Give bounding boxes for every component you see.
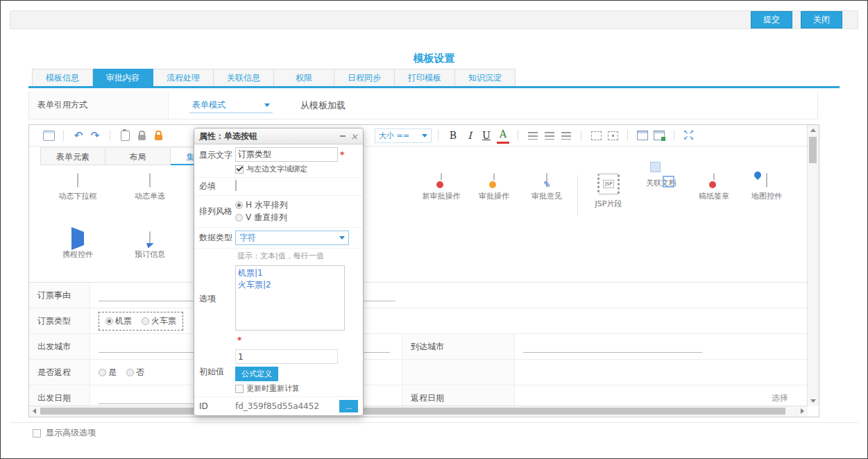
form-grid-icon[interactable]: [42, 128, 55, 142]
align-center-icon[interactable]: [543, 128, 556, 142]
horizontal-scrollbar[interactable]: [29, 406, 808, 417]
initial-value-row: 初始值 公式定义 更新时重新计算: [194, 347, 363, 397]
palette-item-label: 携程控件: [42, 249, 114, 260]
palette-item-paper-seal[interactable]: 稿纸签章: [688, 174, 740, 215]
close-button[interactable]: 关闭: [801, 11, 842, 28]
display-text-input[interactable]: [235, 147, 338, 162]
lock-icon[interactable]: [152, 128, 164, 142]
scroll-right-arrow[interactable]: [797, 406, 808, 416]
radio-no[interactable]: 否: [126, 367, 144, 378]
datatype-label: 数据类型: [199, 231, 235, 245]
tab-related-info[interactable]: 关联信息: [214, 69, 274, 87]
tab-print-template[interactable]: 打印模板: [395, 69, 455, 87]
align-left-icon[interactable]: [527, 128, 539, 142]
booking-form-table: 订票事由 订票类型 机票 火车票 出发城市 到达城市 是否返程 是 否: [29, 282, 808, 406]
palette-item-dynamic-radio[interactable]: 动态单选: [114, 174, 186, 201]
vertical-scrollbar[interactable]: [807, 125, 819, 406]
control-palette: 动态下拉框 动态单选 动态多选 携程控件 预订信息: [29, 168, 808, 281]
radio-yes[interactable]: 是: [99, 367, 117, 378]
font-color-icon[interactable]: A: [497, 128, 509, 144]
selected-radio-group[interactable]: 机票 火车票: [99, 312, 183, 331]
form-mode-select[interactable]: 表单模式: [189, 98, 273, 113]
scroll-up-arrow[interactable]: [808, 125, 818, 135]
palette-divider: [577, 175, 578, 215]
id-more-button[interactable]: ...: [339, 400, 358, 412]
font-size-select[interactable]: 大小 ==: [375, 128, 432, 143]
bind-left-checkbox-row[interactable]: 与左边文字域绑定: [235, 164, 358, 174]
undo-icon[interactable]: [72, 128, 85, 142]
italic-icon[interactable]: I: [463, 128, 476, 142]
chevron-down-icon: [339, 236, 345, 240]
unlock-icon[interactable]: [135, 128, 148, 142]
vertical-scroll-thumb[interactable]: [809, 137, 817, 163]
tab-permissions[interactable]: 权限: [274, 69, 334, 87]
scroll-left-arrow[interactable]: [29, 406, 40, 416]
close-icon[interactable]: [350, 132, 358, 141]
palette-item-related-document[interactable]: 关联文档: [635, 174, 688, 215]
arrange-vertical-option[interactable]: V 垂直排列: [235, 212, 358, 224]
table-properties-icon[interactable]: [653, 128, 665, 142]
approval-opinion-icon: [546, 173, 547, 187]
tab-process-handling[interactable]: 流程处理: [153, 69, 214, 87]
palette-item-booking-info[interactable]: 预订信息: [114, 232, 186, 260]
horizontal-scroll-thumb[interactable]: [40, 408, 785, 415]
arrange-horizontal-option[interactable]: H 水平排列: [235, 199, 358, 211]
radio-train[interactable]: 火车票: [142, 315, 176, 327]
recalc-checkbox[interactable]: [235, 385, 244, 393]
toolbar-separator: [518, 130, 518, 141]
radio-label: 机票: [115, 315, 132, 327]
formula-define-button[interactable]: 公式定义: [235, 367, 278, 381]
subtab-form-elements[interactable]: 表单元素: [40, 147, 105, 165]
radio-label: 是: [108, 367, 117, 378]
tab-approval-content[interactable]: 审批内容: [93, 69, 153, 87]
recalc-checkbox-row[interactable]: 更新时重新计算: [235, 383, 358, 394]
field-label-booking-type: 订票类型: [29, 308, 90, 334]
tab-template-info[interactable]: 模板信息: [32, 69, 93, 87]
palette-item-approval-action[interactable]: 审批操作: [468, 174, 520, 215]
palette-item-label: 动态单选: [114, 191, 186, 201]
radio-flight[interactable]: 机票: [105, 315, 132, 327]
options-textarea[interactable]: 机票|1 火车票|2: [235, 265, 345, 331]
font-size-value: 大小 ==: [379, 131, 409, 141]
arrival-city-input[interactable]: [523, 341, 702, 353]
submit-button[interactable]: 提交: [751, 11, 792, 28]
tab-schedule-sync[interactable]: 日程同步: [334, 69, 395, 87]
datatype-select[interactable]: 字符: [235, 231, 349, 245]
dialog-titlebar[interactable]: 属性：单选按钮: [194, 128, 363, 144]
insert-table-icon[interactable]: [636, 128, 649, 142]
template-settings-page: 提交 关闭 模板设置 模板信息 审批内容 流程处理 关联信息 权限 日程同步 打…: [0, 0, 868, 459]
id-label: ID: [199, 401, 235, 411]
minimize-icon[interactable]: [340, 135, 346, 137]
bind-left-label: 与左边文字域绑定: [246, 164, 307, 174]
radio-icon: [235, 201, 243, 209]
palette-item-label: 动态下拉框: [42, 191, 114, 201]
bind-left-checkbox[interactable]: [235, 165, 244, 174]
options-hint: 提示：文本|值，每行一值: [194, 249, 363, 262]
subtab-layout[interactable]: 布局: [105, 147, 171, 165]
required-checkbox[interactable]: [235, 180, 237, 191]
paste-icon[interactable]: [119, 128, 131, 142]
palette-item-ctrip-control[interactable]: 携程控件: [42, 232, 114, 260]
palette-item-approval-opinion[interactable]: 审批意见: [520, 174, 573, 215]
date-picker-link[interactable]: 选择: [772, 392, 788, 404]
page-title: 模板设置: [1, 52, 867, 65]
bold-icon[interactable]: B: [447, 128, 459, 142]
palette-item-label: 审批意见: [520, 191, 573, 201]
select-region-icon[interactable]: [590, 128, 602, 142]
redo-icon[interactable]: [89, 128, 101, 142]
load-from-template-link[interactable]: 从模板加载: [300, 99, 346, 112]
scroll-down-arrow[interactable]: [808, 396, 818, 406]
focus-region-icon[interactable]: [606, 128, 619, 142]
underline-icon[interactable]: U: [480, 128, 493, 142]
palette-item-map-control[interactable]: 地图控件: [740, 174, 793, 215]
initial-value-input[interactable]: [235, 349, 338, 364]
advanced-options-checkbox[interactable]: [33, 429, 41, 437]
advanced-options-row[interactable]: 显示高级选项: [33, 427, 96, 439]
palette-item-dynamic-dropdown[interactable]: 动态下拉框: [42, 174, 114, 201]
arrival-city-cell[interactable]: [515, 334, 808, 360]
palette-item-new-approval-action[interactable]: 新审批操作: [415, 174, 468, 215]
palette-item-jsp-fragment[interactable]: JSP JSP片段: [582, 174, 635, 215]
tab-knowledge[interactable]: 知识沉淀: [455, 69, 516, 87]
align-right-icon[interactable]: [560, 128, 572, 142]
fullscreen-icon[interactable]: [683, 128, 695, 142]
